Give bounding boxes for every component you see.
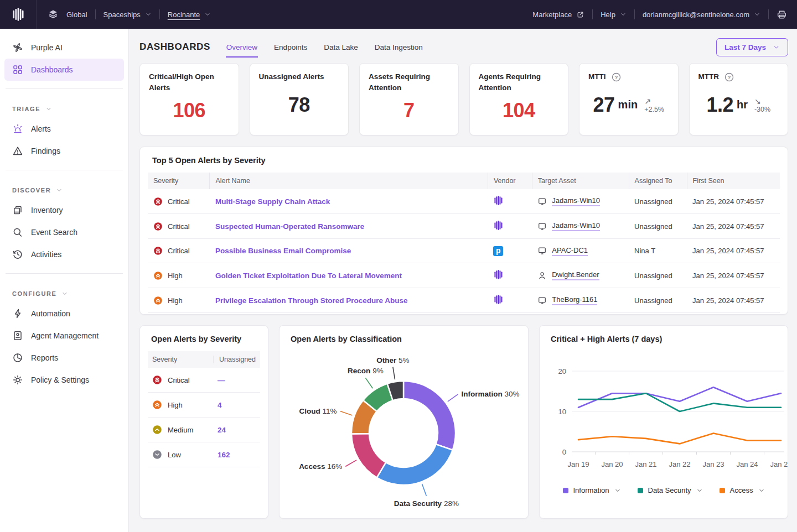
sidebar-item-alerts[interactable]: Alerts [0, 118, 128, 140]
table-row: CriticalSuspected Human-Operated Ransomw… [148, 214, 780, 239]
severity-critical-icon [153, 246, 163, 255]
donut-segment-information[interactable] [403, 381, 456, 450]
chevron-down-icon [56, 187, 63, 194]
donut-label: Cloud 11% [299, 407, 337, 415]
kpi-label-text: Agents Requiring Attention [479, 71, 560, 94]
target-asset-link[interactable]: TheBorg-1161 [552, 295, 597, 305]
chevron-down-icon [754, 11, 760, 18]
sidebar-section-configure[interactable]: CONFIGURE [0, 281, 128, 302]
tab-overview[interactable]: Overview [226, 37, 258, 58]
sidebar-item-label: Policy & Settings [31, 375, 89, 384]
bottom-panels: Open Alerts by Severity Severity Unassig… [139, 325, 788, 519]
unassigned-count-link[interactable]: 162 [218, 451, 230, 459]
endpoint-icon [537, 296, 547, 305]
severity-cell: Critical [153, 197, 204, 206]
time-range-selector[interactable]: Last 7 Days [716, 38, 788, 56]
tab-data-ingestion[interactable]: Data Ingestion [374, 37, 423, 58]
sentinelone-logo[interactable] [0, 0, 37, 29]
sidebar-item-automation[interactable]: Automation [0, 302, 128, 325]
sidebar-section-label: DISCOVER [12, 187, 51, 194]
sidebar-item-label: Findings [31, 147, 60, 155]
donut-segment-data-security[interactable] [377, 444, 453, 485]
legend-item-data-security[interactable]: Data Security [638, 486, 703, 494]
target-asset-cell: Jadams-Win10 [537, 196, 623, 206]
alert-name-link[interactable]: Suspected Human-Operated Ransomware [215, 222, 364, 231]
severity-medium-icon [152, 425, 162, 435]
alert-name-link[interactable]: Privilege Escalation Through Stored Proc… [215, 296, 408, 305]
badge-icon [12, 330, 23, 341]
sidebar-item-inventory[interactable]: Inventory [0, 199, 128, 221]
scope-group-selector[interactable]: Rocinante [168, 11, 211, 19]
chevron-down-icon [614, 487, 621, 494]
sidebar-item-activities[interactable]: Activities [0, 243, 128, 265]
sidebar-item-label: Activities [31, 250, 61, 259]
endpoint-icon [537, 246, 547, 255]
line-series-access [578, 433, 781, 444]
sidebar-item-findings[interactable]: Findings [0, 140, 128, 162]
tab-endpoints[interactable]: Endpoints [273, 37, 308, 58]
sidebar-divider [6, 273, 123, 274]
sidebar-item-policy-settings[interactable]: Policy & Settings [0, 369, 128, 391]
sentinelone-logo-icon [11, 7, 25, 22]
kpi-label-text: Critical/High Open Alerts [149, 71, 230, 94]
target-asset-link[interactable]: Dwight.Bender [552, 270, 599, 280]
sidebar-item-purple-ai[interactable]: Purple AI [0, 36, 128, 59]
target-asset-link[interactable]: Jadams-Win10 [552, 196, 600, 206]
help-icon[interactable]: ? [724, 72, 734, 82]
printer-button[interactable] [777, 9, 787, 20]
alert-name-link[interactable]: Possible Business Email Compromise [215, 247, 351, 255]
sidebar-item-label: Event Search [31, 228, 77, 237]
column-header-target-asset: Target Asset [532, 173, 629, 189]
x-axis-label: Jan 24 [736, 460, 758, 468]
unassigned-count-link[interactable]: 24 [218, 426, 226, 434]
sentinelone-vendor-icon [493, 195, 504, 206]
target-asset-link[interactable]: APAC-DC1 [552, 246, 588, 256]
scope-site-selector[interactable]: Spaceships [103, 11, 152, 19]
kpi-trend: ↘-30% [754, 97, 770, 113]
sidebar-item-event-search[interactable]: Event Search [0, 221, 128, 243]
scope-global[interactable]: Global [66, 11, 87, 19]
help-icon[interactable]: ? [611, 72, 622, 82]
unassigned-count-link[interactable]: 4 [218, 401, 222, 409]
sidebar-item-label: Alerts [31, 124, 51, 133]
sidebar-item-label: Agent Management [31, 331, 99, 340]
marketplace-link[interactable]: Marketplace [532, 11, 584, 19]
scope-layers-icon [48, 9, 59, 20]
kpi-value-wrap: 7 [369, 94, 449, 128]
user-menu[interactable]: dorianmcgillick@sentinelone.com [643, 11, 760, 19]
first-seen-cell: Jan 25, 2024 07:45:57 [687, 239, 780, 263]
sidebar-item-reports[interactable]: Reports [0, 347, 128, 369]
chevron-down-icon [145, 11, 152, 18]
sidebar-section-triage[interactable]: TRIAGE [0, 97, 128, 118]
classification-donut-chart: Information 30% Data Security 28% Access… [280, 343, 528, 509]
donut-label: Other 5% [376, 356, 409, 364]
divider [634, 9, 635, 19]
assigned-to-cell: Unassigned [629, 214, 687, 239]
alert-name-link[interactable]: Multi-Stage Supply Chain Attack [215, 197, 330, 206]
legend-item-access[interactable]: Access [720, 486, 765, 494]
target-asset-link[interactable]: Jadams-Win10 [552, 221, 600, 231]
tab-data-lake[interactable]: Data Lake [323, 37, 359, 58]
severity-cell: Critical [152, 375, 218, 385]
line-card-title: Critical + High Alerts (7 days) [540, 335, 788, 343]
column-header-first-seen: First Seen [687, 173, 780, 189]
severity-row: High4 [148, 393, 260, 418]
sidebar-section-discover[interactable]: DISCOVER [0, 178, 128, 199]
severity-label: Critical [168, 247, 190, 255]
legend-item-information[interactable]: Information [563, 486, 621, 494]
kpi-card-assets-requiring-attention: Assets Requiring Attention7 [359, 63, 459, 135]
severity-cell: High [153, 296, 204, 305]
trend-up-arrow-icon: ↗ [644, 97, 651, 106]
sidebar-item-dashboards[interactable]: Dashboards [4, 59, 124, 81]
help-menu[interactable]: Help [601, 11, 627, 19]
unassigned-count-link[interactable]: — [218, 376, 225, 384]
alert-name-link[interactable]: Golden Ticket Exploitation Due To Latera… [215, 272, 402, 280]
sidebar-item-agent-management[interactable]: Agent Management [0, 325, 128, 347]
divider [159, 9, 160, 19]
first-seen-cell: Jan 25, 2024 07:45:57 [687, 189, 780, 214]
severity-card-title: Open Alerts by Severity [140, 335, 268, 343]
severity-cell: Critical [153, 222, 204, 231]
severity-critical-icon [153, 222, 163, 231]
donut-segment-access[interactable] [351, 434, 386, 478]
column-header-alert-name: Alert Name [210, 173, 488, 189]
